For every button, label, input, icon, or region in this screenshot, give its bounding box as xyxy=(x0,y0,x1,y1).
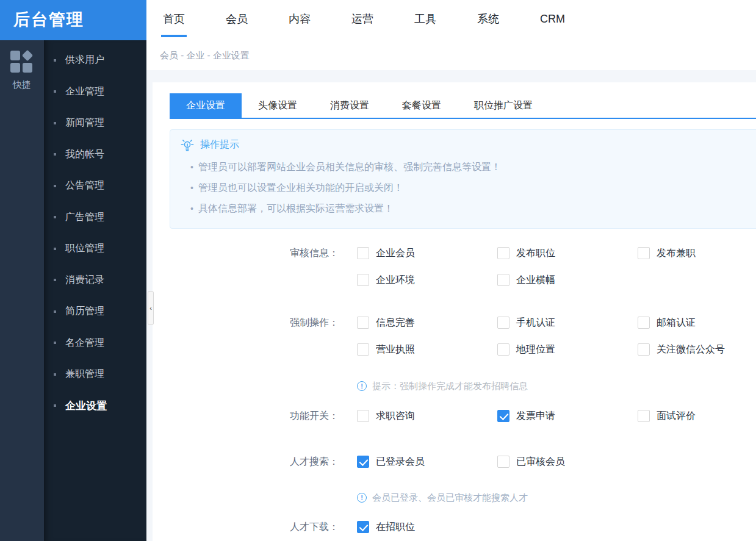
bullet-icon xyxy=(54,153,56,156)
tab-avatar-settings[interactable]: 头像设置 xyxy=(242,93,314,118)
top-header: 后台管理 首页 会员 内容 运营 工具 系统 CRM xyxy=(0,0,756,40)
checkbox-option-interview-review[interactable]: 面试评价 xyxy=(638,410,756,422)
nav-item-crm[interactable]: CRM xyxy=(540,0,565,40)
checkbox[interactable] xyxy=(638,410,650,422)
chevron-left-icon: ‹ xyxy=(149,304,152,312)
form-group-label: 审核信息： xyxy=(170,247,339,259)
checkbox-option-phone-verification[interactable]: 手机认证 xyxy=(497,317,638,329)
quick-grid-icon[interactable] xyxy=(10,51,34,74)
sidebar-item-famous-company-mgmt[interactable]: 名企管理 xyxy=(44,328,146,359)
nav-item-member[interactable]: 会员 xyxy=(226,0,248,40)
sidebar-item-company-mgmt[interactable]: 企业管理 xyxy=(44,76,146,108)
sidebar-rail: 快捷 xyxy=(0,40,44,541)
checkbox[interactable] xyxy=(497,343,509,356)
tab-package-settings[interactable]: 套餐设置 xyxy=(386,93,458,118)
checkbox-option-info-completion[interactable]: 信息完善 xyxy=(357,317,497,329)
checkbox-option-follow-wechat[interactable]: 关注微信公众号 xyxy=(638,343,756,356)
bullet-icon xyxy=(54,185,56,187)
checkbox-option-active-jobs[interactable]: 在招职位 xyxy=(357,521,497,533)
nav-item-system[interactable]: 系统 xyxy=(477,0,499,40)
nav-item-home[interactable]: 首页 xyxy=(163,0,185,40)
checkbox-option-company-environment[interactable]: 企业环境 xyxy=(357,274,497,286)
sidebar-item-job-mgmt[interactable]: 职位管理 xyxy=(44,233,146,265)
checkbox-row: 信息完善 手机认证 邮箱认证 xyxy=(357,317,756,329)
checkbox-option-company-member[interactable]: 企业会员 xyxy=(357,247,497,259)
sidebar: 快捷 供求用户 企业管理 新闻管理 我的帐号 公告管理 广告管理 职位管理 消费… xyxy=(0,40,146,541)
checkbox-row: 在招职位 xyxy=(357,521,497,533)
operation-tips-box: 操作提示 管理员可以部署网站企业会员相关信息的审核、强制完善信息等设置！ 管理员… xyxy=(170,129,756,229)
checkbox[interactable] xyxy=(357,456,369,468)
checkbox[interactable] xyxy=(357,317,369,329)
sidebar-item-news-mgmt[interactable]: 新闻管理 xyxy=(44,107,146,139)
lightbulb-icon xyxy=(181,138,194,151)
sidebar-submenu: 供求用户 企业管理 新闻管理 我的帐号 公告管理 广告管理 职位管理 消费记录 … xyxy=(44,40,146,541)
sidebar-item-supply-users[interactable]: 供求用户 xyxy=(44,45,146,76)
tips-line: 具体信息部署，可以根据实际运营需求设置！ xyxy=(190,198,752,219)
sidebar-item-my-account[interactable]: 我的帐号 xyxy=(44,139,146,171)
nav-item-content[interactable]: 内容 xyxy=(289,0,311,40)
checkbox[interactable] xyxy=(497,247,509,259)
tips-line: 管理员可以部署网站企业会员相关信息的审核、强制完善信息等设置！ xyxy=(190,157,752,177)
bullet-icon xyxy=(54,310,56,313)
app-logo: 后台管理 xyxy=(0,0,146,40)
info-icon xyxy=(357,381,367,391)
sidebar-item-company-settings[interactable]: 企业设置 xyxy=(44,390,146,422)
nav-item-tools[interactable]: 工具 xyxy=(414,0,436,40)
settings-card: 企业设置 头像设置 消费设置 套餐设置 职位推广设置 操作提示 xyxy=(153,82,756,541)
tab-job-promotion-settings[interactable]: 职位推广设置 xyxy=(458,93,549,118)
main-content: 会员 - 企业 - 企业设置 企业设置 头像设置 消费设置 套餐设置 职位推广设… xyxy=(146,40,756,541)
form-group-feature-switch: 功能开关： 求职咨询 发票申请 面试评价 xyxy=(170,410,756,422)
bullet-icon xyxy=(54,90,56,93)
checkbox-option-logged-in-member[interactable]: 已登录会员 xyxy=(357,456,497,468)
form-group-talent-search: 人才搜索： 已登录会员 已审核会员 xyxy=(170,456,756,468)
sidebar-item-consumption-records[interactable]: 消费记录 xyxy=(44,265,146,296)
bullet-icon xyxy=(54,216,56,218)
sidebar-collapse-handle[interactable]: ‹ xyxy=(148,291,154,325)
tips-list: 管理员可以部署网站企业会员相关信息的审核、强制完善信息等设置！ 管理员也可以设置… xyxy=(181,157,752,219)
checkbox-option-business-license[interactable]: 营业执照 xyxy=(357,343,497,356)
checkbox-option-job-consulting[interactable]: 求职咨询 xyxy=(357,410,497,422)
tab-company-settings[interactable]: 企业设置 xyxy=(170,93,242,118)
checkbox[interactable] xyxy=(357,343,369,356)
checkbox[interactable] xyxy=(638,343,650,356)
checkbox[interactable] xyxy=(357,274,369,286)
form-group-forced-actions: 强制操作： 信息完善 手机认证 邮箱认证 营业执照 地理位置 关注微信公众号 xyxy=(170,317,756,356)
note-talent-search: 会员已登录、会员已审核才能搜索人才 xyxy=(357,492,756,504)
breadcrumb: 会员 - 企业 - 企业设置 xyxy=(146,40,756,70)
checkbox-option-publish-parttime[interactable]: 发布兼职 xyxy=(638,247,756,259)
checkbox[interactable] xyxy=(497,274,509,286)
checkbox[interactable] xyxy=(638,247,650,259)
checkbox[interactable] xyxy=(497,410,509,422)
checkbox-option-audited-member[interactable]: 已审核会员 xyxy=(497,456,638,468)
sidebar-item-parttime-mgmt[interactable]: 兼职管理 xyxy=(44,359,146,390)
sidebar-item-ad-mgmt[interactable]: 广告管理 xyxy=(44,202,146,234)
tips-title-row: 操作提示 xyxy=(181,137,752,152)
checkbox[interactable] xyxy=(357,247,369,259)
checkbox[interactable] xyxy=(357,410,369,422)
form-group-label: 人才搜索： xyxy=(170,456,339,468)
checkbox-option-email-verification[interactable]: 邮箱认证 xyxy=(638,317,756,329)
checkbox[interactable] xyxy=(357,521,369,533)
sidebar-item-resume-mgmt[interactable]: 简历管理 xyxy=(44,296,146,328)
bullet-icon xyxy=(54,248,56,250)
form-group-label: 人才下载： xyxy=(170,521,339,533)
checkbox[interactable] xyxy=(638,317,650,329)
checkbox[interactable] xyxy=(497,456,509,468)
checkbox-option-publish-job[interactable]: 发布职位 xyxy=(497,247,638,259)
sidebar-item-announcement-mgmt[interactable]: 公告管理 xyxy=(44,170,146,202)
checkbox-option-company-banner[interactable]: 企业横幅 xyxy=(497,274,638,286)
bullet-icon xyxy=(54,342,56,344)
checkbox-row: 企业环境 企业横幅 xyxy=(357,274,756,286)
checkbox-row: 营业执照 地理位置 关注微信公众号 xyxy=(357,343,756,356)
bullet-icon xyxy=(54,373,56,376)
form-group-audit-info: 审核信息： 企业会员 发布职位 发布兼职 企业环境 企业横幅 xyxy=(170,247,756,286)
tab-consumption-settings[interactable]: 消费设置 xyxy=(314,93,386,118)
bullet-icon xyxy=(54,122,56,124)
nav-item-operation[interactable]: 运营 xyxy=(351,0,373,40)
checkbox-option-geo-location[interactable]: 地理位置 xyxy=(497,343,638,356)
quick-label: 快捷 xyxy=(13,79,31,91)
bullet-icon xyxy=(54,59,56,62)
checkbox[interactable] xyxy=(497,317,509,329)
checkbox-option-invoice-request[interactable]: 发票申请 xyxy=(497,410,638,422)
tips-line: 管理员也可以设置企业相关功能的开启或关闭！ xyxy=(190,177,752,198)
